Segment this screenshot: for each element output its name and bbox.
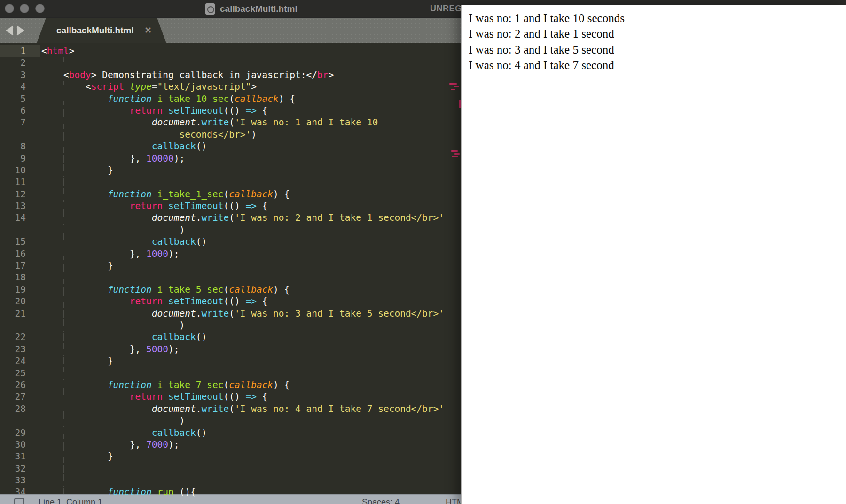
window-title: callbackMulti.html <box>220 0 298 17</box>
code-text: }, 10000); <box>40 153 185 164</box>
line-number <box>0 319 40 331</box>
code-row[interactable]: 29 callback() <box>0 427 517 439</box>
code-text: function i_take_10_sec(callback) { <box>40 93 295 105</box>
code-row[interactable]: 21 document.write('I was no: 3 and I tak… <box>0 308 517 319</box>
indent-guide <box>108 271 108 283</box>
code-row[interactable]: 20 return setTimeout(() => { <box>0 295 517 307</box>
code-row[interactable]: 9 }, 10000); <box>0 153 517 164</box>
tab-callbackmulti[interactable]: callbackMulti.html × <box>37 18 166 43</box>
code-text: function i_take_5_sec(callback) { <box>40 284 290 295</box>
line-number: 17 <box>0 260 40 271</box>
zoom-window-button[interactable] <box>35 4 45 13</box>
indent-guide <box>108 367 108 379</box>
code-row[interactable]: 16 }, 1000); <box>0 248 517 260</box>
line-number: 13 <box>0 200 40 212</box>
code-row[interactable]: 15 callback() <box>0 236 517 248</box>
code-row[interactable]: 1<html> <box>0 45 517 57</box>
status-indentation[interactable]: Spaces: 4 <box>362 497 400 504</box>
code-text: } <box>40 260 113 271</box>
line-number: 21 <box>0 308 40 319</box>
code-row[interactable]: 27 return setTimeout(() => { <box>0 391 517 403</box>
code-text: function i_take_7_sec(callback) { <box>40 379 290 391</box>
minimap-mark <box>454 153 460 155</box>
code-text: function run (){ <box>40 486 196 498</box>
code-row[interactable]: ) <box>0 415 517 426</box>
line-number <box>0 224 40 236</box>
code-row[interactable]: 7 document.write('I was no: 1 and I take… <box>0 116 517 128</box>
code-text <box>40 367 41 379</box>
line-number: 30 <box>0 439 40 450</box>
output-line: I was no: 1 and I take 10 seconds <box>469 10 846 26</box>
code-row[interactable]: 6 return setTimeout(() => { <box>0 105 517 116</box>
code-row[interactable]: 33 <box>0 474 517 486</box>
code-text: } <box>40 355 113 367</box>
line-number: 22 <box>0 331 40 343</box>
indent-guide <box>63 463 64 474</box>
code-row[interactable]: 26 function i_take_7_sec(callback) { <box>0 379 517 391</box>
minimize-window-button[interactable] <box>20 4 29 13</box>
code-row[interactable]: 18 <box>0 271 517 283</box>
code-row[interactable]: ) <box>0 319 517 331</box>
code-text: } <box>40 450 113 462</box>
code-row[interactable]: 8 callback() <box>0 140 517 152</box>
line-number: 9 <box>0 153 40 164</box>
code-text: <body> Demonstrating callback in javascr… <box>40 69 334 81</box>
minimap-mark <box>454 86 459 87</box>
line-number: 5 <box>0 93 40 105</box>
code-row[interactable]: 32 <box>0 463 517 474</box>
code-row[interactable]: 22 callback() <box>0 331 517 343</box>
line-number: 8 <box>0 140 40 152</box>
code-row[interactable]: 23 }, 5000); <box>0 343 517 355</box>
prev-tab-icon[interactable] <box>6 25 13 36</box>
code-row[interactable]: 10 } <box>0 164 517 176</box>
code-text: } <box>40 164 113 176</box>
indent-guide <box>108 474 108 486</box>
code-row[interactable]: 30 }, 7000); <box>0 439 517 450</box>
code-row[interactable]: 24 } <box>0 355 517 367</box>
code-row[interactable]: seconds</br>') <box>0 129 517 140</box>
code-row[interactable]: 25 <box>0 367 517 379</box>
next-tab-icon[interactable] <box>17 25 24 36</box>
code-row[interactable]: 13 return setTimeout(() => { <box>0 200 517 212</box>
code-text: document.write('I was no: 4 and I take 7… <box>40 403 444 415</box>
code-row[interactable]: 11 <box>0 176 517 188</box>
code-row[interactable]: ) <box>0 224 517 236</box>
indent-guide <box>108 463 108 474</box>
line-number: 29 <box>0 427 40 439</box>
line-number: 4 <box>0 81 40 93</box>
code-row[interactable]: 3 <body> Demonstrating callback in javas… <box>0 69 517 81</box>
line-number: 14 <box>0 212 40 224</box>
code-text: }, 5000); <box>40 343 180 355</box>
code-area[interactable]: 1<html>23 <body> Demonstrating callback … <box>0 45 517 498</box>
code-row[interactable]: 2 <box>0 57 517 69</box>
code-row[interactable]: 12 function i_take_1_sec(callback) { <box>0 188 517 200</box>
indent-guide <box>63 57 64 69</box>
code-text <box>40 474 41 486</box>
indent-guide <box>86 474 86 486</box>
line-number: 33 <box>0 474 40 486</box>
code-text: callback() <box>40 331 207 343</box>
code-text <box>40 463 41 474</box>
code-row[interactable]: 4 <script type="text/javascript"> <box>0 81 517 93</box>
tab-label: callbackMulti.html <box>56 18 134 43</box>
code-text: document.write('I was no: 3 and I take 5… <box>40 308 444 319</box>
browser-output: I was no: 1 and I take 10 secondsI was n… <box>462 5 846 73</box>
code-row[interactable]: 17 } <box>0 260 517 271</box>
code-row[interactable]: 19 function i_take_5_sec(callback) { <box>0 284 517 295</box>
line-number: 6 <box>0 105 40 116</box>
code-row[interactable]: 31 } <box>0 450 517 462</box>
close-window-button[interactable] <box>5 4 14 13</box>
code-text <box>40 271 41 283</box>
code-text: callback() <box>40 140 207 152</box>
line-number: 27 <box>0 391 40 403</box>
code-text: function i_take_1_sec(callback) { <box>40 188 290 200</box>
code-row[interactable]: 28 document.write('I was no: 4 and I tak… <box>0 403 517 415</box>
code-text: return setTimeout(() => { <box>40 295 267 307</box>
code-row[interactable]: 5 function i_take_10_sec(callback) { <box>0 93 517 105</box>
line-number: 31 <box>0 450 40 462</box>
status-panel-icon[interactable] <box>14 498 24 504</box>
code-row[interactable]: 14 document.write('I was no: 2 and I tak… <box>0 212 517 224</box>
indent-guide <box>63 367 64 379</box>
tab-close-icon[interactable]: × <box>145 18 151 43</box>
code-text: }, 1000); <box>40 248 180 260</box>
